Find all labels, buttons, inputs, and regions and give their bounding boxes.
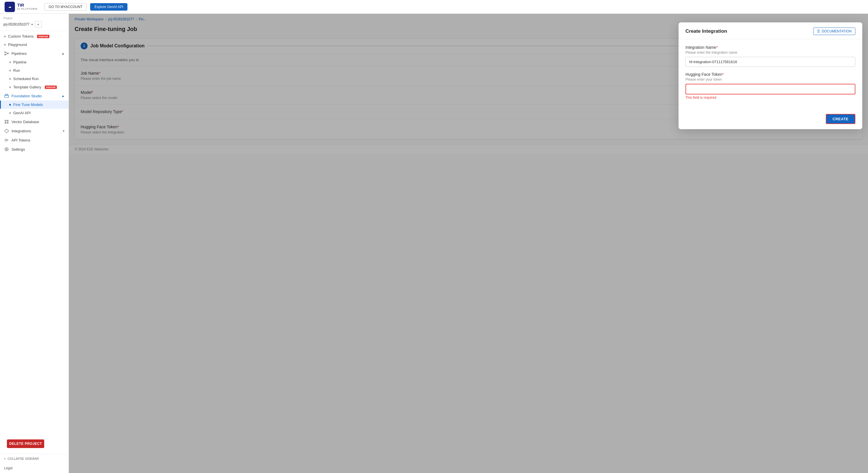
legal-link[interactable]: Legal <box>0 463 69 473</box>
modal-overlay: Create Integration ☰ DOCUMENTATION Integ… <box>69 14 868 473</box>
dot-icon <box>4 44 6 45</box>
sidebar-group-foundation-studio[interactable]: Foundation Studio ▲ <box>0 91 69 100</box>
internal-badge: Internal <box>37 35 50 38</box>
sidebar-group-integrations[interactable]: Integrations ▾ <box>0 126 69 135</box>
chevron-down-icon: ▾ <box>63 129 65 133</box>
project-dropdown[interactable]: prj-05281051077 ▾ <box>3 22 33 26</box>
dot-icon <box>9 78 11 80</box>
sidebar-item-label: Playground <box>8 42 27 47</box>
collapse-icon: « <box>4 457 6 461</box>
sidebar-item-scheduled-run[interactable]: Scheduled Run <box>0 75 69 83</box>
delete-project-button[interactable]: DELETE PROJECT <box>7 439 44 448</box>
api-tokens-icon <box>4 137 9 143</box>
pipelines-icon <box>4 51 9 56</box>
svg-line-4 <box>6 54 7 55</box>
sidebar: Project prj-05281051077 ▾ + Custom Token… <box>0 14 69 473</box>
modal-field-integration-name: Integration Name* Please enter the Integ… <box>685 45 856 67</box>
modal-title: Create Integration <box>685 28 727 34</box>
vector-database-label: Vector Database <box>11 120 39 124</box>
project-label: Project <box>3 17 65 20</box>
sidebar-item-label: Scheduled Run <box>13 76 39 81</box>
modal-header: Create Integration ☰ DOCUMENTATION <box>679 22 862 39</box>
svg-point-0 <box>5 52 6 53</box>
project-name: prj-05281051077 <box>3 22 30 26</box>
vector-database-icon <box>4 119 9 124</box>
svg-point-7 <box>5 120 6 121</box>
sidebar-group-vector-database[interactable]: Vector Database <box>0 117 69 126</box>
integration-name-input[interactable] <box>685 57 856 67</box>
svg-point-9 <box>5 122 6 123</box>
integration-name-sublabel: Please enter the Integration name <box>685 51 856 55</box>
sidebar-group-settings[interactable]: Settings <box>0 145 69 154</box>
sidebar-item-template-gallery[interactable]: Template Gallery Internal <box>0 83 69 91</box>
svg-point-10 <box>7 122 8 123</box>
chevron-up-icon: ▲ <box>61 94 65 98</box>
integrations-label: Integrations <box>11 129 31 133</box>
chevron-up-icon: ▲ <box>61 52 65 55</box>
svg-rect-5 <box>5 95 9 98</box>
top-nav: ☁ TIR AI PLATFORM GO TO MYACCOUNT Explor… <box>0 0 868 14</box>
hf-token-sublabel: Please enter your token <box>685 77 856 82</box>
sidebar-item-genai-api[interactable]: GenAI API <box>0 109 69 117</box>
foundation-studio-label: Foundation Studio <box>11 94 42 98</box>
sidebar-item-label: Template Gallery <box>13 85 41 89</box>
api-tokens-label: API Tokens <box>11 138 30 143</box>
doc-label: DOCUMENTATION <box>822 29 851 33</box>
sidebar-item-run[interactable]: Run <box>0 66 69 75</box>
create-button[interactable]: CREATE <box>826 114 856 124</box>
sidebar-item-fine-tune-models[interactable]: Fine Tune Models <box>0 100 69 109</box>
project-selector: Project prj-05281051077 ▾ + <box>0 14 69 31</box>
sidebar-item-custom-tokens[interactable]: Custom Tokens Internal <box>0 32 69 40</box>
dot-icon <box>9 61 11 63</box>
integrations-icon <box>4 128 9 133</box>
svg-line-3 <box>6 52 7 53</box>
modal-body: Integration Name* Please enter the Integ… <box>679 39 862 111</box>
content-area: Private Workspace › prj-05281051077 › Fi… <box>69 14 868 473</box>
dot-icon <box>9 104 11 106</box>
hf-token-label: Hugging Face Token <box>685 72 722 76</box>
logo-sub: AI PLATFORM <box>17 8 37 11</box>
hf-token-error-text: This field is required <box>685 96 856 100</box>
doc-icon: ☰ <box>817 29 820 33</box>
sidebar-item-label: Run <box>13 68 20 73</box>
sidebar-group-pipelines[interactable]: Pipelines ▲ <box>0 49 69 58</box>
dot-icon <box>9 70 11 71</box>
svg-point-1 <box>5 54 6 55</box>
modal-actions: CREATE <box>679 111 862 129</box>
svg-point-15 <box>5 139 7 141</box>
internal-badge: Internal <box>45 86 57 89</box>
svg-point-8 <box>7 120 8 121</box>
sidebar-section-main: Custom Tokens Internal Playground Pipeli… <box>0 31 69 155</box>
sidebar-item-label: Custom Tokens <box>8 34 34 38</box>
settings-icon <box>4 147 9 152</box>
svg-point-18 <box>6 149 7 150</box>
dot-icon <box>4 36 6 37</box>
settings-label: Settings <box>11 147 25 152</box>
collapse-label: COLLAPSE SIDEBAR <box>7 457 39 461</box>
logo-icon: ☁ <box>5 2 15 12</box>
sidebar-group-api-tokens[interactable]: API Tokens <box>0 135 69 145</box>
svg-point-2 <box>7 53 9 54</box>
modal-field-hf-token: Hugging Face Token* Please enter your to… <box>685 72 856 100</box>
integration-name-label: Integration Name <box>685 45 716 50</box>
collapse-sidebar-button[interactable]: « COLLAPSE SIDEBAR <box>0 454 69 463</box>
sidebar-item-pipeline[interactable]: Pipeline <box>0 58 69 66</box>
go-to-myaccount-button[interactable]: GO TO MYACCOUNT <box>44 3 87 11</box>
add-project-button[interactable]: + <box>35 21 42 28</box>
create-integration-modal: Create Integration ☰ DOCUMENTATION Integ… <box>679 22 862 129</box>
sidebar-item-playground[interactable]: Playground <box>0 40 69 49</box>
sidebar-item-label: GenAI API <box>13 111 31 115</box>
explore-genai-button[interactable]: Explore GenAI API <box>90 3 127 11</box>
dot-icon <box>9 112 11 114</box>
logo-tir: TIR <box>17 3 37 8</box>
sidebar-item-label: Fine Tune Models <box>13 102 43 107</box>
hf-token-input[interactable] <box>685 84 856 94</box>
sidebar-item-label: Pipeline <box>13 60 26 64</box>
foundation-studio-icon <box>4 93 9 98</box>
logo-area: ☁ TIR AI PLATFORM <box>5 2 37 12</box>
documentation-button[interactable]: ☰ DOCUMENTATION <box>813 28 856 35</box>
chevron-down-icon: ▾ <box>31 23 33 26</box>
pipelines-label: Pipelines <box>11 51 27 56</box>
dot-icon <box>9 86 11 88</box>
